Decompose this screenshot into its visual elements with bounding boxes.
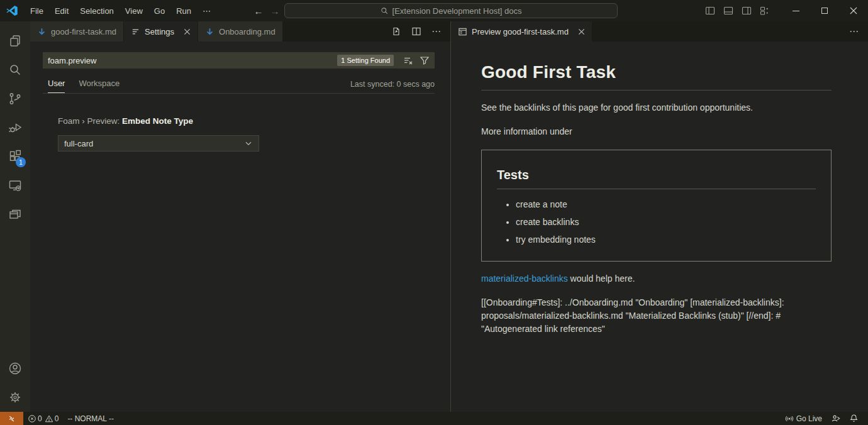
materialized-backlinks-link[interactable]: materialized-backlinks	[481, 273, 568, 284]
account-icon	[8, 361, 23, 376]
menu-edit[interactable]: Edit	[49, 0, 74, 21]
open-preview-icon	[458, 27, 467, 36]
command-center-search[interactable]: [Extension Development Host] docs	[284, 3, 618, 18]
command-center-label: [Extension Development Host] docs	[392, 6, 522, 16]
more-actions-button[interactable]: ⋯	[849, 26, 859, 37]
setting-name: Embed Note Type	[122, 116, 193, 126]
remote-explorer-icon	[8, 178, 23, 193]
close-icon	[184, 28, 191, 35]
tests-list: create a note create backlinks try embed…	[497, 198, 816, 246]
left-group-actions: ⋯	[391, 21, 450, 41]
list-item: create backlinks	[516, 216, 816, 228]
extensions-badge: 1	[16, 157, 26, 167]
tab-onboarding[interactable]: Onboarding.md	[198, 21, 283, 41]
notifications-button[interactable]	[845, 412, 863, 425]
tab-good-first-task[interactable]: good-first-task.md	[30, 21, 124, 41]
back-button[interactable]: ←	[250, 6, 267, 16]
right-tab-bar: Preview good-first-task.md ⋯	[451, 21, 868, 41]
scope-tab-workspace[interactable]: Workspace	[79, 79, 120, 93]
list-item: try embedding notes	[516, 233, 816, 246]
explorer-button[interactable]	[0, 26, 30, 55]
broadcast-icon	[785, 414, 794, 423]
toggle-primary-sidebar-icon[interactable]	[705, 6, 715, 16]
extensions-button[interactable]: 1	[0, 142, 30, 171]
tab-label: Settings	[145, 27, 174, 36]
editor-group-left: good-first-task.md Settings	[30, 21, 451, 412]
titlebar-right-controls	[705, 0, 868, 21]
title-bar: File Edit Selection View Go Run ⋯ ← → [E…	[0, 0, 868, 21]
settings-search-input[interactable]: foam.preview 1 Setting Found	[43, 52, 435, 69]
search-view-button[interactable]	[0, 55, 30, 84]
tests-heading: Tests	[497, 168, 816, 189]
settings-search-value: foam.preview	[48, 56, 337, 65]
menu-file[interactable]: File	[25, 0, 49, 21]
activity-bar: 1	[0, 21, 30, 412]
source-control-icon	[8, 91, 23, 106]
link-suffix-text: would help here.	[568, 273, 635, 284]
menu-overflow-button[interactable]: ⋯	[197, 0, 217, 21]
window-maximize-button[interactable]	[810, 0, 839, 21]
close-icon	[578, 28, 585, 35]
setting-category: Foam › Preview:	[58, 116, 122, 126]
clear-filter-icon	[403, 55, 413, 65]
windows-view-button[interactable]	[0, 200, 30, 229]
windows-icon	[8, 207, 23, 222]
run-debug-button[interactable]	[0, 113, 30, 142]
problems-button[interactable]: 0 0	[23, 412, 63, 425]
menu-run[interactable]: Run	[170, 0, 197, 21]
menu-view[interactable]: View	[120, 0, 148, 21]
vscode-logo-icon	[6, 4, 18, 17]
tab-label: good-first-task.md	[51, 27, 116, 36]
toggle-panel-icon[interactable]	[723, 6, 733, 16]
markdown-preview: Good First Task See the backlinks of thi…	[451, 41, 868, 346]
left-tab-bar: good-first-task.md Settings	[30, 21, 450, 41]
scope-tab-user[interactable]: User	[48, 79, 65, 93]
close-tab-button[interactable]	[184, 28, 191, 35]
more-actions-button[interactable]: ⋯	[431, 26, 442, 37]
vim-mode-indicator[interactable]: -- NORMAL --	[63, 412, 118, 425]
vscode-window: File Edit Selection View Go Run ⋯ ← → [E…	[0, 0, 868, 425]
menu-selection[interactable]: Selection	[74, 0, 119, 21]
warnings-count: 0	[55, 414, 59, 423]
live-share-button[interactable]	[826, 412, 845, 425]
toggle-secondary-sidebar-icon[interactable]	[742, 6, 752, 16]
forward-button[interactable]: →	[267, 6, 283, 16]
accounts-button[interactable]	[0, 354, 30, 383]
split-editor-icon[interactable]	[411, 26, 421, 36]
window-close-button[interactable]	[839, 0, 868, 21]
close-window-icon	[850, 7, 857, 14]
chevron-down-icon	[244, 139, 253, 148]
customize-layout-icon[interactable]	[760, 6, 770, 16]
settings-editor: foam.preview 1 Setting Found	[30, 41, 450, 152]
window-minimize-button[interactable]	[781, 0, 810, 21]
menu-go[interactable]: Go	[148, 0, 170, 21]
warnings-icon	[45, 414, 53, 423]
embed-note-type-select[interactable]: full-card	[58, 135, 259, 152]
minimize-icon	[793, 11, 799, 11]
remote-icon	[7, 414, 16, 423]
close-tab-button[interactable]	[578, 28, 585, 35]
last-synced-label: Last synced: 0 secs ago	[350, 80, 435, 93]
errors-count: 0	[38, 414, 42, 423]
tab-label: Preview good-first-task.md	[472, 27, 569, 36]
remote-indicator-button[interactable]	[0, 412, 23, 425]
source-control-button[interactable]	[0, 84, 30, 113]
command-center-cluster: ← → [Extension Development Host] docs	[250, 0, 618, 21]
errors-icon	[28, 414, 36, 423]
list-item: create a note	[516, 198, 816, 211]
open-settings-json-icon[interactable]	[391, 26, 401, 36]
remote-explorer-button[interactable]	[0, 171, 30, 200]
tab-preview-good-first-task[interactable]: Preview good-first-task.md	[451, 21, 593, 41]
link-paragraph: materialized-backlinks would help here.	[481, 272, 832, 285]
settings-editor-icon	[131, 27, 140, 36]
preview-paragraph: See the backlinks of this page for good …	[481, 101, 832, 114]
markdown-file-icon	[205, 27, 214, 36]
clear-settings-search-button[interactable]	[401, 55, 415, 65]
settings-scope-tabs: User Workspace Last synced: 0 secs ago	[43, 76, 435, 94]
go-live-button[interactable]: Go Live	[781, 412, 826, 425]
files-icon	[8, 33, 23, 48]
settings-gear-button[interactable]	[0, 383, 30, 412]
gear-icon	[8, 390, 23, 405]
tab-settings[interactable]: Settings	[124, 21, 198, 41]
filter-settings-button[interactable]	[418, 55, 431, 65]
